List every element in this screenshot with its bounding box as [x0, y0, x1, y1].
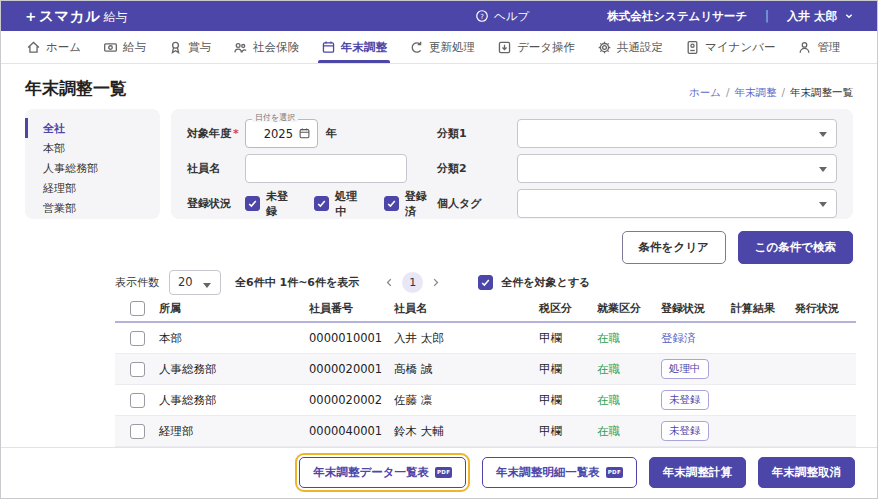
row-checkbox[interactable] [130, 424, 145, 439]
button-label: 年末調整明細一覧表 [496, 465, 600, 480]
required-asterisk: * [233, 127, 239, 140]
nav-item-label: 管理 [817, 40, 840, 55]
nav-item-label: 賞与 [188, 40, 211, 55]
yearend-cancel-button[interactable]: 年末調整取消 [758, 457, 855, 488]
nav-item-admin[interactable]: 管理 [786, 31, 851, 63]
help-link[interactable]: ? ヘルプ [475, 9, 529, 24]
checkbox[interactable] [245, 196, 260, 211]
refresh-icon [409, 40, 424, 55]
sidebar-item[interactable]: 全社 [25, 118, 160, 138]
breadcrumb-item[interactable]: ホーム [689, 86, 721, 100]
app-logo[interactable]: ＋ スマカル 給与 [23, 7, 127, 26]
row-checkbox[interactable] [130, 362, 145, 377]
cell-status: 未登録 [661, 390, 731, 410]
employee-name-input[interactable] [245, 154, 407, 183]
page-size-label: 表示件数 [115, 275, 159, 290]
breadcrumb-item: 年末調整一覧 [790, 86, 853, 100]
date-field-label: 日付を選択 [252, 114, 298, 122]
select-all-header-checkbox[interactable] [130, 301, 145, 316]
registration-status-label: 登録状況 [187, 196, 245, 211]
status-badge[interactable]: 未登録 [661, 421, 709, 441]
checkbox[interactable] [314, 196, 329, 211]
status-filter-option[interactable]: 未登録 [245, 189, 298, 219]
status-badge[interactable]: 処理中 [661, 359, 709, 379]
column-header: 発行状況 [795, 301, 856, 316]
nav-item-label: 給与 [123, 40, 146, 55]
sidebar-item[interactable]: 経理部 [25, 178, 160, 198]
person-icon [797, 40, 812, 55]
status-badge[interactable]: 未登録 [661, 390, 709, 410]
personal-tag-select[interactable] [517, 189, 837, 218]
status-filter-option[interactable]: 登録済 [384, 189, 437, 219]
calendar-icon[interactable] [298, 127, 311, 140]
search-button[interactable]: この条件で検索 [738, 231, 853, 264]
yearend-data-list-report-button[interactable]: 年末調整データ一覧表PDF [299, 457, 466, 488]
nav-item-label: マイナンバー [705, 40, 775, 55]
category1-select[interactable] [517, 119, 837, 148]
column-header: 登録状況 [661, 301, 731, 316]
cell-department: 人事総務部 [159, 393, 309, 408]
nav-item-bonus[interactable]: 賞与 [157, 31, 222, 63]
nav-item-payroll[interactable]: 給与 [92, 31, 157, 63]
button-label: 年末調整計算 [663, 465, 732, 480]
nav-item-label: 更新処理 [429, 40, 475, 55]
nav-item-data-operations[interactable]: データ操作 [486, 31, 586, 63]
nav-item-year-end-adjustment[interactable]: 年末調整 [310, 31, 398, 63]
page-size-select[interactable]: 20 [169, 270, 221, 295]
row-checkbox[interactable] [130, 393, 145, 408]
column-header: 所属 [159, 301, 309, 316]
employee-name-label: 社員名 [187, 161, 245, 176]
personal-tag-label: 個人タグ [437, 196, 517, 211]
user-menu[interactable]: 入井 太郎 [787, 9, 855, 24]
cell-department: 人事総務部 [159, 362, 309, 377]
registration-status-checkboxes: 未登録処理中登録済 [245, 189, 437, 219]
cell-employee-name: 佐藤 凛 [394, 393, 539, 408]
checkbox[interactable] [384, 196, 399, 211]
sidebar-item[interactable]: 人事総務部 [25, 158, 160, 178]
yearend-calculate-button[interactable]: 年末調整計算 [649, 457, 746, 488]
main-nav: ホーム給与賞与社会保険年末調整更新処理データ操作共通設定マイナンバー管理 [1, 31, 877, 64]
result-range-text: 全6件中 1件~6件を表示 [235, 275, 359, 290]
sidebar-item[interactable]: 営業部 [25, 198, 160, 218]
clear-conditions-button[interactable]: 条件をクリア [622, 231, 726, 264]
yearend-detail-list-report-button[interactable]: 年末調整明細一覧表PDF [482, 457, 637, 488]
category2-label: 分類2 [437, 161, 517, 176]
breadcrumb-separator: / [726, 86, 730, 100]
column-header: 税区分 [539, 301, 597, 316]
bonus-icon [168, 40, 183, 55]
prev-page-button[interactable] [383, 276, 396, 289]
button-label: 年末調整取消 [772, 465, 841, 480]
column-header: 社員番号 [309, 301, 394, 316]
nav-item-common-settings[interactable]: 共通設定 [586, 31, 674, 63]
target-year-input[interactable]: 日付を選択 2025 [245, 119, 318, 148]
app-header: ＋ スマカル 給与 ? ヘルプ 株式会社システムリサーチ | 入井 太郎 [1, 1, 877, 31]
pdf-icon: PDF [606, 467, 623, 479]
select-all-checkbox[interactable] [478, 275, 493, 290]
cell-tax-class: 甲欄 [539, 424, 597, 439]
page-title: 年末調整一覧 [25, 77, 127, 100]
row-checkbox[interactable] [130, 331, 145, 346]
page-number-button[interactable]: 1 [402, 272, 423, 293]
cell-employment: 在職 [597, 331, 661, 346]
status-registered-link[interactable]: 登録済 [661, 331, 696, 345]
nav-item-social-insurance[interactable]: 社会保険 [222, 31, 310, 63]
sidebar-item[interactable]: 本部 [25, 138, 160, 158]
payroll-icon [103, 40, 118, 55]
cell-department: 経理部 [159, 424, 309, 439]
next-page-button[interactable] [429, 276, 442, 289]
app-window: ＋ スマカル 給与 ? ヘルプ 株式会社システムリサーチ | 入井 太郎 ホーム… [0, 0, 878, 499]
breadcrumb-item[interactable]: 年末調整 [734, 86, 776, 100]
cell-employment: 在職 [597, 424, 661, 439]
home-icon [26, 40, 41, 55]
nav-item-home[interactable]: ホーム [15, 31, 92, 63]
nav-item-my-number[interactable]: マイナンバー [674, 31, 786, 63]
category2-select[interactable] [517, 154, 837, 183]
data-operations-icon [497, 40, 512, 55]
select-all-toggle[interactable]: 全件を対象とする [478, 275, 590, 290]
nav-item-update-process[interactable]: 更新処理 [398, 31, 486, 63]
logo-plus-icon: ＋ [23, 7, 38, 26]
checkbox-label: 未登録 [266, 189, 298, 219]
cell-status: 処理中 [661, 359, 731, 379]
status-filter-option[interactable]: 処理中 [314, 189, 367, 219]
nav-item-label: データ操作 [517, 40, 575, 55]
